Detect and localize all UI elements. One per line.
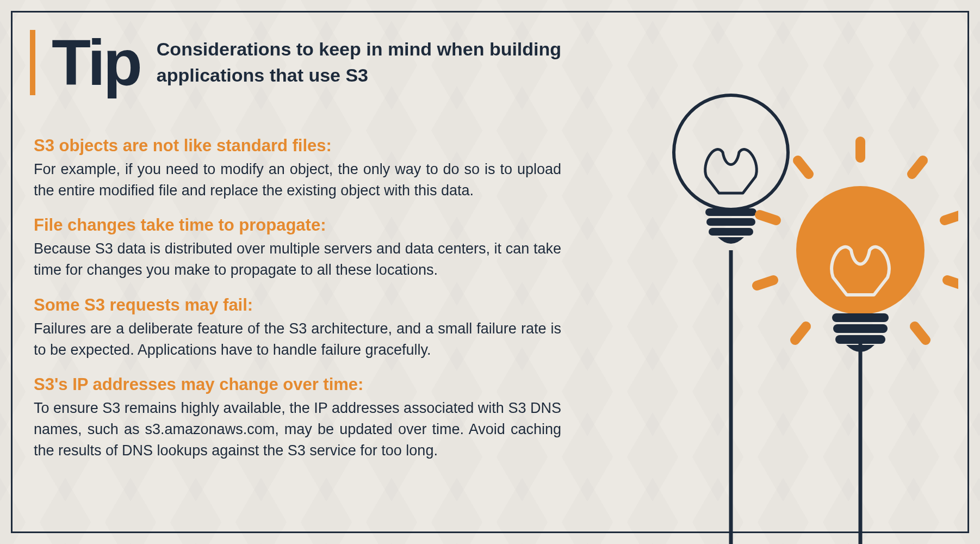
section-body: Failures are a deliberate feature of the… [34, 318, 561, 361]
section-3: Some S3 requests may fail: Failures are … [34, 295, 561, 361]
accent-bar [30, 30, 35, 95]
section-4: S3's IP addresses may change over time: … [34, 375, 561, 461]
section-title: S3 objects are not like standard files: [34, 136, 561, 156]
section-body: To ensure S3 remains highly available, t… [34, 398, 561, 461]
section-title: File changes take time to propagate: [34, 215, 561, 235]
section-1: S3 objects are not like standard files: … [34, 136, 561, 201]
section-title: Some S3 requests may fail: [34, 295, 561, 315]
section-2: File changes take time to propagate: Bec… [34, 215, 561, 281]
content: S3 objects are not like standard files: … [34, 136, 561, 475]
tip-label: Tip [52, 30, 140, 95]
section-body: Because S3 data is distributed over mult… [34, 238, 561, 281]
section-body: For example, if you need to modify an ob… [34, 159, 561, 201]
header: Tip Considerations to keep in mind when … [30, 30, 570, 95]
section-title: S3's IP addresses may change over time: [34, 375, 561, 394]
subtitle: Considerations to keep in mind when buil… [157, 36, 570, 88]
